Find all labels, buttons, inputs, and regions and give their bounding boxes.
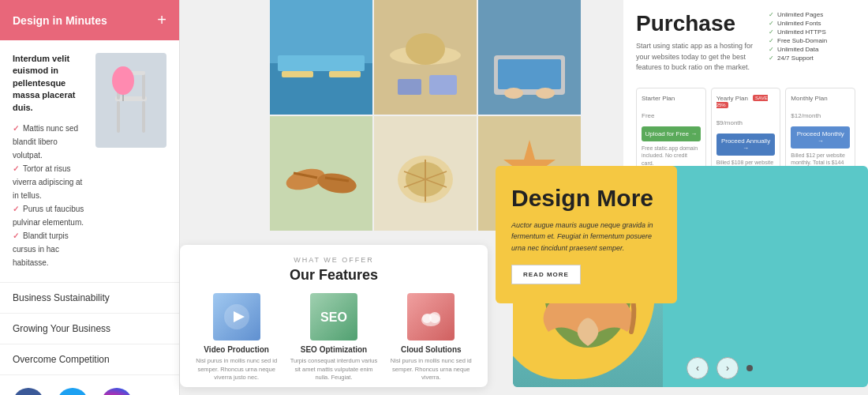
yearly-plan-price: $9/month xyxy=(716,111,776,129)
carousel-controls: ‹ › xyxy=(687,357,753,379)
svg-rect-19 xyxy=(398,79,421,95)
features-grid: Video Production Nisl purus in mollis nu… xyxy=(193,293,475,382)
svg-text:SEO: SEO xyxy=(320,310,347,324)
accordion-main-text: Interdum velit euismod in pellentesque m… xyxy=(13,53,89,114)
nav-item-business-sustainability[interactable]: Business Sustainability xyxy=(0,283,179,314)
purchase-feature-5: Unlimited Data xyxy=(769,46,855,53)
accordion-text: Interdum velit euismod in pellentesque m… xyxy=(13,53,89,269)
svg-rect-20 xyxy=(429,75,457,95)
starter-plan-note: Free static.app domain included. No cred… xyxy=(642,145,701,167)
accordion-image xyxy=(95,53,166,148)
photo-cell-2 xyxy=(374,0,477,115)
feature-seo-desc: Turpis consequat interdum varius sit ame… xyxy=(290,357,377,382)
feature-cloud-name: Cloud Solutions xyxy=(387,345,475,354)
accordion-title: Design in Minutes xyxy=(13,14,107,27)
accordion-header[interactable]: Design in Minutes + xyxy=(0,0,179,40)
yearly-plan-label: Yearly Plan SAVE 25% xyxy=(716,95,776,109)
social-icons: f xyxy=(0,375,179,395)
purchase-feature-3: Unlimited HTTPS xyxy=(769,28,855,36)
svg-point-24 xyxy=(504,88,523,99)
feature-seo-name: SEO Optimization xyxy=(290,345,377,354)
carousel-prev-button[interactable]: ‹ xyxy=(687,357,709,379)
checklist-item-3: Purus ut faucibus pulvinar elementum. xyxy=(13,202,89,229)
features-card: WHAT WE OFFER Our Features Video Product… xyxy=(180,245,488,387)
purchase-feature-4: Free Sub-Domain xyxy=(769,37,855,44)
checklist-item-2: Tortor at risus viverra adipiscing at in… xyxy=(13,162,89,202)
svg-point-6 xyxy=(112,66,134,95)
left-panel: Design in Minutes + Interdum velit euism… xyxy=(0,0,180,395)
feature-video-desc: Nisl purus in mollis nunc sed id semper.… xyxy=(193,357,280,382)
read-more-button[interactable]: READ MORE xyxy=(511,265,581,284)
purchase-feature-2: Unlimited Fonts xyxy=(769,20,855,27)
nav-item-overcome-competition[interactable]: Overcome Competition xyxy=(0,344,179,375)
svg-rect-23 xyxy=(498,59,561,89)
starter-plan-price: Free xyxy=(642,103,701,122)
monthly-plan-price: $12/month xyxy=(791,103,850,122)
twitter-icon[interactable] xyxy=(57,388,88,395)
features-title: Our Features xyxy=(193,267,475,284)
design-more-description: Auctor augue mauris augue neque gravida … xyxy=(511,220,661,254)
chair-svg xyxy=(99,57,163,144)
feature-seo-optimization: SEO SEO Optimization Turpis consequat in… xyxy=(290,293,377,382)
carousel-next-button[interactable]: › xyxy=(716,357,739,379)
photo-cell-3 xyxy=(478,0,581,115)
starter-plan-label: Starter Plan xyxy=(642,95,701,102)
feature-cloud-solutions: Cloud Solutions Nisl purus in mollis nun… xyxy=(387,293,475,382)
checklist-item-4: Blandit turpis cursus in hac habitasse. xyxy=(13,229,89,269)
svg-rect-1 xyxy=(117,101,120,133)
checklist-item-1: Mattis nunc sed blandit libero volutpat. xyxy=(13,122,89,162)
svg-point-25 xyxy=(536,88,555,99)
feature-video-production: Video Production Nisl purus in mollis nu… xyxy=(193,293,280,382)
starter-upload-button[interactable]: Upload for Free → xyxy=(642,126,701,141)
purchase-feature-6: 24/7 Support xyxy=(769,55,855,62)
facebook-icon[interactable]: f xyxy=(13,388,44,395)
svg-rect-14 xyxy=(282,71,313,77)
feature-video-name: Video Production xyxy=(193,345,280,354)
purchase-feature-1: Unlimited Pages xyxy=(769,11,855,18)
video-production-icon xyxy=(213,293,260,340)
svg-rect-4 xyxy=(142,73,145,100)
monthly-plan-label: Monthly Plan xyxy=(791,95,850,102)
svg-rect-15 xyxy=(329,71,361,77)
features-subtitle: WHAT WE OFFER xyxy=(193,256,475,264)
yearly-proceed-button[interactable]: Proceed Annually → xyxy=(716,134,776,156)
feature-cloud-desc: Nisl purus in mollis nunc sed id semper.… xyxy=(387,357,475,382)
instagram-icon[interactable] xyxy=(101,388,133,395)
nav-items: Business Sustainability Growing Your Bus… xyxy=(0,282,179,375)
svg-rect-2 xyxy=(142,101,145,133)
seo-optimization-icon: SEO xyxy=(310,293,357,340)
svg-point-18 xyxy=(406,33,445,65)
photo-cell-1 xyxy=(270,0,372,115)
accordion-plus-icon: + xyxy=(157,11,166,29)
design-more-card: Design More Auctor augue mauris augue ne… xyxy=(496,166,677,303)
checklist: Mattis nunc sed blandit libero volutpat.… xyxy=(13,122,89,269)
cloud-solutions-icon xyxy=(407,293,455,340)
purchase-description: Start using static app as a hosting for … xyxy=(636,41,761,73)
monthly-proceed-button[interactable]: Proceed Monthly → xyxy=(791,126,850,149)
svg-rect-13 xyxy=(278,55,365,71)
svg-point-44 xyxy=(429,312,440,323)
nav-item-growing-business[interactable]: Growing Your Business xyxy=(0,314,179,344)
purchase-title: Purchase xyxy=(636,11,761,36)
accordion-content: Interdum velit euismod in pellentesque m… xyxy=(0,40,179,282)
photo-cell-5 xyxy=(374,116,477,231)
design-more-title: Design More xyxy=(511,185,661,212)
carousel-dot-1 xyxy=(746,365,753,371)
photo-cell-4 xyxy=(270,116,372,231)
